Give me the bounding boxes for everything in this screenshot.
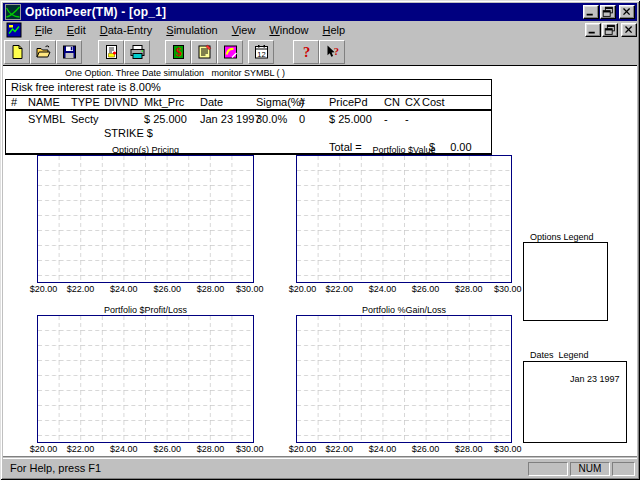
chart-view-button[interactable] (217, 40, 243, 64)
grid-lines (297, 156, 511, 282)
x-tick: $26.00 (153, 444, 181, 454)
strike-label: STRIKE $ (104, 125, 200, 139)
svg-text:$: $ (175, 45, 181, 59)
x-tick: $22.00 (325, 444, 353, 454)
x-tick: $30.00 (494, 444, 522, 454)
context-help-icon: ? (324, 44, 341, 60)
chart-icon (222, 44, 239, 60)
x-axis-labels: $20.00 $22.00 $24.00 $26.00 $28.00 $30.0… (37, 444, 254, 455)
chart-portfolio-gain-loss: Portfolio %Gain/Loss $20.00 $22.00 $24.0… (296, 305, 512, 455)
x-axis-labels: $20.00 $22.00 $24.00 $26.00 $28.00 $30.0… (296, 284, 512, 295)
data-entry-button[interactable] (191, 40, 217, 64)
application-window: OptionPeer(TM) - [op_1] (0, 0, 640, 480)
open-button[interactable] (30, 40, 56, 64)
menu-window[interactable]: Window (262, 22, 315, 38)
dollar-icon: $ (170, 44, 187, 60)
simulation-header: One Option. Three Date simulation monito… (65, 68, 285, 78)
calendar-button[interactable]: 12 (248, 40, 274, 64)
menu-bar: File Edit Data-Entry Simulation View Win… (3, 21, 637, 39)
cell-name: SYMBL (28, 110, 71, 125)
positions-table: Risk free interest rate is 8.00% # NAME … (5, 79, 492, 155)
col-name: NAME (28, 96, 71, 110)
menu-edit[interactable]: Edit (60, 22, 93, 38)
cell-cost (422, 110, 491, 125)
x-tick: $24.00 (369, 444, 397, 454)
x-tick: $20.00 (289, 284, 317, 294)
mdi-window-controls (585, 23, 637, 37)
context-help-button[interactable]: ? (319, 40, 345, 64)
status-bar: For Help, press F1 NUM (3, 458, 637, 477)
dates-legend-title: Dates Legend (530, 350, 589, 360)
status-panel-2 (612, 462, 635, 476)
interest-rate-note: Risk free interest rate is 8.00% (6, 80, 491, 96)
dollar-simulation-button[interactable]: $ (165, 40, 191, 64)
grid-lines (38, 316, 253, 442)
grid-lines (38, 156, 253, 282)
chart-title: Portfolio $Profit/Loss (37, 305, 254, 315)
col-date: Date (200, 96, 256, 110)
client-area: One Option. Three Date simulation monito… (3, 65, 637, 457)
minimize-icon (586, 23, 600, 37)
x-tick: $22.00 (67, 444, 95, 454)
print-button[interactable] (124, 40, 150, 64)
svg-text:?: ? (333, 46, 338, 57)
x-tick: $20.00 (30, 284, 58, 294)
restore-icon (601, 5, 615, 19)
app-icon[interactable] (5, 4, 21, 20)
chart-options-pricing: Option(s) Pricing $20.00 $22.00 $24.00 $… (37, 145, 254, 295)
status-message: For Help, press F1 (10, 462, 101, 474)
toolbar: $ 12 (3, 39, 637, 65)
table-row-strike: STRIKE $ (6, 125, 491, 139)
col-cn: CN (384, 96, 405, 110)
menu-simulation[interactable]: Simulation (159, 22, 224, 38)
x-tick: $26.00 (412, 444, 440, 454)
x-tick: $26.00 (412, 284, 440, 294)
table-row-symbl: SYMBL Secty $ 25.000 Jan 23 1997 30.0% 0… (6, 110, 491, 125)
mdi-close-button[interactable] (621, 23, 637, 37)
restore-button[interactable] (600, 5, 616, 19)
dates-legend-box: Jan 23 1997 (523, 361, 627, 443)
col-cx: CX (405, 96, 422, 110)
minimize-button[interactable] (583, 5, 599, 19)
x-tick: $22.00 (325, 284, 353, 294)
cell-count: 0 (299, 110, 329, 125)
report-button[interactable] (98, 40, 124, 64)
x-tick: $24.00 (110, 284, 138, 294)
mdi-document-icon (6, 22, 22, 38)
mdi-restore-button[interactable] (602, 23, 618, 37)
x-tick: $30.00 (494, 284, 522, 294)
plot-area (37, 315, 254, 443)
menu-help[interactable]: Help (315, 22, 352, 38)
col-cost: Cost (422, 96, 491, 110)
table-header-row: # NAME TYPE DIVND Mkt_Prc Date Sigma(%) … (6, 96, 491, 110)
cell-type: Secty (71, 110, 104, 125)
x-axis-labels: $20.00 $22.00 $24.00 $26.00 $28.00 $30.0… (296, 444, 512, 455)
cell-pricepd: $ 25.000 (329, 110, 384, 125)
close-button[interactable] (619, 5, 635, 19)
svg-text:12: 12 (257, 50, 265, 59)
report-page-icon (103, 44, 120, 60)
new-document-icon (9, 44, 26, 60)
menu-view[interactable]: View (225, 22, 263, 38)
col-number: # (6, 96, 28, 110)
save-button[interactable] (56, 40, 82, 64)
x-tick: $28.00 (455, 284, 483, 294)
new-button[interactable] (4, 40, 30, 64)
plot-area (296, 155, 512, 283)
close-icon (622, 23, 636, 37)
menu-data-entry[interactable]: Data-Entry (93, 22, 160, 38)
x-tick: $28.00 (197, 284, 225, 294)
mdi-minimize-button[interactable] (585, 23, 601, 37)
help-button[interactable]: ? (293, 40, 319, 64)
menu-file[interactable]: File (28, 22, 60, 38)
x-tick: $28.00 (197, 444, 225, 454)
document-system-menu-icon[interactable] (6, 22, 22, 38)
grid-lines (297, 316, 511, 442)
data-entry-list-icon (196, 44, 213, 60)
minimize-icon (584, 5, 598, 19)
restore-icon (603, 23, 617, 37)
help-icon: ? (298, 44, 315, 60)
printer-icon (129, 44, 146, 60)
cell-mkt-prc: $ 25.000 (144, 110, 200, 125)
x-tick: $20.00 (289, 444, 317, 454)
